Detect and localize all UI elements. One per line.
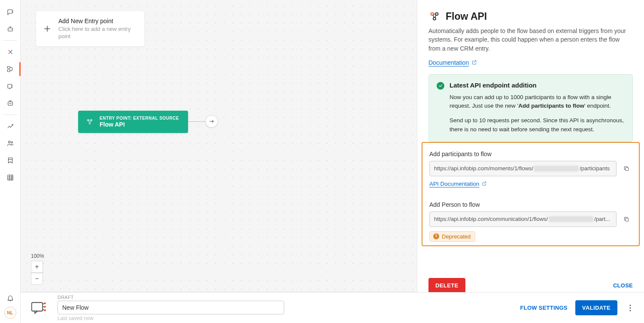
add-entry-point-card[interactable]: Add New Entry point Click here to add a … <box>36 11 144 46</box>
user-avatar[interactable]: NL <box>4 307 16 319</box>
flow-name-input[interactable] <box>58 301 284 314</box>
svg-rect-7 <box>7 70 10 72</box>
analytics-icon <box>6 122 14 130</box>
sidebar-item-people[interactable] <box>0 135 21 152</box>
right-panel: Flow API Automatically adds people to th… <box>417 0 644 292</box>
api-documentation-label: API Documentation <box>429 181 479 187</box>
redacted-id <box>534 166 579 172</box>
svg-rect-11 <box>10 103 11 104</box>
close-button[interactable]: CLOSE <box>613 282 633 289</box>
endpoint-url-suffix: /participants <box>580 165 610 172</box>
flow-node-text: ENTRY POINT: EXTERNAL SOURCE Flow API <box>100 116 179 128</box>
svg-point-4 <box>9 29 10 30</box>
grid-icon <box>6 174 14 181</box>
left-sidebar: NL <box>0 0 21 323</box>
svg-point-27 <box>629 305 631 306</box>
svg-point-20 <box>433 17 436 20</box>
flow-api-node-icon <box>86 118 94 126</box>
flow-canvas[interactable]: Add New Entry point Click here to add a … <box>21 0 417 292</box>
zoom-out-button[interactable]: − <box>31 273 43 285</box>
sidebar-item-analytics[interactable] <box>0 118 21 135</box>
svg-rect-10 <box>9 103 10 104</box>
svg-rect-8 <box>8 85 12 88</box>
svg-point-26 <box>44 309 46 311</box>
zoom-level-label: 100% <box>31 253 43 259</box>
sidebar-item-conversations[interactable] <box>0 3 21 21</box>
callout-endpoint-name: Add participants to flow <box>518 103 584 109</box>
center-column: Add New Entry point Click here to add a … <box>21 0 417 323</box>
sidebar-item-exchange[interactable] <box>0 43 21 60</box>
svg-point-13 <box>11 142 12 143</box>
sidebar-separator <box>3 115 17 115</box>
svg-rect-14 <box>8 175 13 180</box>
svg-point-25 <box>44 306 46 308</box>
last-saved-label: Last saved now <box>58 315 284 321</box>
chat-icon <box>6 8 14 16</box>
endpoint-block-add-person: Add Person to flow https://api.infobip.c… <box>429 201 632 245</box>
svg-point-1 <box>12 11 13 12</box>
copy-endpoint-button[interactable] <box>621 163 632 174</box>
svg-point-29 <box>629 310 631 311</box>
flow-node-name: Flow API <box>100 121 179 128</box>
endpoint-label: Add participants to flow <box>429 151 632 157</box>
sidebar-item-broadcast[interactable] <box>0 78 21 95</box>
svg-point-2 <box>12 12 13 13</box>
endpoints-highlight-box: Add participants to flow https://api.inf… <box>422 142 640 246</box>
documentation-link[interactable]: Documentation <box>428 59 477 66</box>
api-documentation-link[interactable]: API Documentation <box>429 181 487 187</box>
callout-p1-text-c: ' endpoint. <box>584 103 611 109</box>
validate-button[interactable]: VALIDATE <box>575 300 617 315</box>
zoom-in-button[interactable]: + <box>31 261 43 273</box>
redacted-id <box>549 216 593 222</box>
endpoint-url-prefix: https://api.infobip.com/communication/1/… <box>434 216 548 222</box>
svg-point-0 <box>12 10 13 11</box>
broadcast-icon <box>6 82 14 90</box>
copy-icon <box>623 165 629 172</box>
add-entry-subtitle: Click here to add a new entry point <box>58 26 137 40</box>
sidebar-item-notifications[interactable] <box>0 290 21 307</box>
endpoint-url-suffix: /part... <box>594 216 610 222</box>
svg-rect-22 <box>626 218 629 221</box>
endpoint-url-prefix: https://api.infobip.com/moments/1/flows/ <box>434 165 533 172</box>
exchange-icon <box>6 48 14 56</box>
callout-paragraph-2: Send up to 10 requests per second. Since… <box>450 116 625 134</box>
bottom-toolbar: DRAFT Last saved now FLOW SETTINGS VALID… <box>21 292 644 323</box>
panel-description: Automatically adds people to the flow ba… <box>428 27 633 53</box>
people-icon <box>6 139 14 147</box>
svg-point-17 <box>89 123 90 124</box>
check-circle-icon <box>437 82 444 90</box>
sidebar-item-catalog[interactable] <box>0 169 21 186</box>
bookmark-icon <box>6 157 14 164</box>
sidebar-item-tags[interactable] <box>0 152 21 169</box>
svg-point-5 <box>11 29 12 30</box>
callout-paragraph-1: Now you can add up to 1000 participants … <box>450 93 625 111</box>
endpoint-url-input[interactable]: https://api.infobip.com/communication/1/… <box>429 211 617 227</box>
bell-icon <box>6 294 14 302</box>
svg-point-12 <box>8 141 10 143</box>
documentation-link-label: Documentation <box>428 59 469 66</box>
flow-campaign-icon <box>31 301 48 315</box>
flow-node-entry-point[interactable]: ENTRY POINT: EXTERNAL SOURCE Flow API <box>78 111 188 133</box>
add-step-button[interactable] <box>205 115 218 128</box>
kebab-icon <box>629 305 631 311</box>
deprecated-badge: Deprecated <box>429 231 475 242</box>
sidebar-item-moments[interactable] <box>0 60 21 78</box>
sidebar-item-chatbot[interactable] <box>0 95 21 112</box>
add-entry-title: Add New Entry point <box>58 17 137 25</box>
info-icon <box>433 233 439 239</box>
more-options-button[interactable] <box>625 303 635 313</box>
flow-settings-button[interactable]: FLOW SETTINGS <box>520 305 568 311</box>
chatbot-icon <box>6 100 14 107</box>
delete-button[interactable]: DELETE <box>428 278 465 292</box>
plus-icon <box>43 24 52 33</box>
add-entry-point-text: Add New Entry point Click here to add a … <box>58 17 137 40</box>
flow-node-eyebrow: ENTRY POINT: EXTERNAL SOURCE <box>100 116 179 121</box>
sidebar-separator <box>3 40 17 41</box>
sidebar-item-answers[interactable] <box>0 21 21 38</box>
copy-endpoint-button[interactable] <box>621 214 632 225</box>
svg-rect-9 <box>8 102 12 105</box>
panel-footer: DELETE CLOSE <box>428 278 633 292</box>
endpoint-url-input[interactable]: https://api.infobip.com/moments/1/flows/… <box>429 161 617 176</box>
deprecated-label: Deprecated <box>442 233 471 240</box>
svg-point-24 <box>44 302 46 304</box>
